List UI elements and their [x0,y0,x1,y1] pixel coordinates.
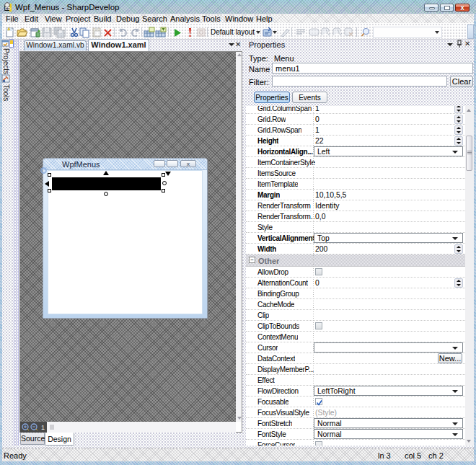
svg-text:1: 1 [41,424,45,431]
